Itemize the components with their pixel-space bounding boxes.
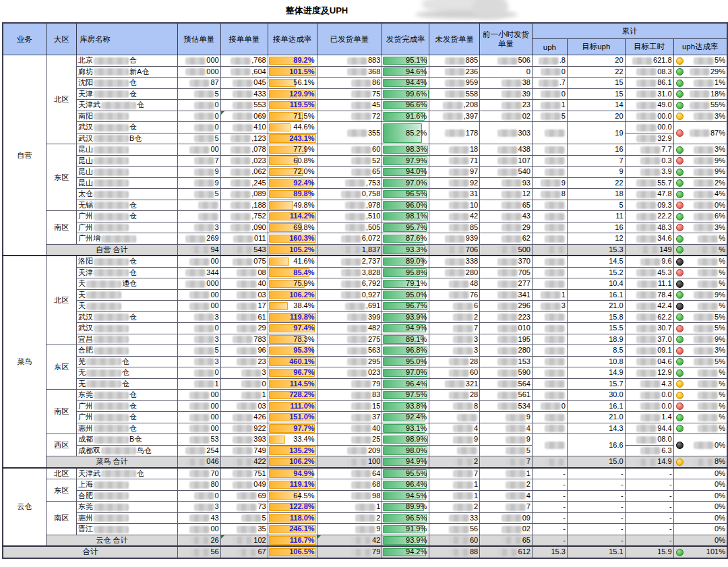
received-orders-cell[interactable]: 23 (220, 356, 268, 367)
region-cell[interactable]: 南区 (47, 211, 77, 245)
receive-rate-cell[interactable]: 95.3% (268, 345, 317, 357)
estimated-orders-cell[interactable]: 344 (177, 267, 220, 278)
target-hours-cell[interactable]: 22.2 (625, 211, 673, 222)
unshipped-orders-cell[interactable]: 48 (429, 278, 480, 290)
estimated-orders-cell[interactable]: 000 (177, 55, 220, 67)
prev-hour-shipped-cell[interactable]: 107 (480, 155, 533, 167)
ship-rate-cell[interactable]: 94.2% (382, 546, 429, 558)
target-uph-cell[interactable]: - (567, 490, 625, 502)
warehouse-name-cell[interactable]: 廊坊新A仓 (77, 66, 178, 78)
uph-cell[interactable]: - (532, 512, 567, 524)
prev-hour-shipped-cell[interactable]: 2 (480, 479, 533, 491)
uph-cell[interactable] (532, 434, 567, 456)
region-cell[interactable]: 北区 (47, 55, 77, 144)
received-orders-cell[interactable]: ,090 (220, 222, 268, 233)
target-hours-cell[interactable]: - (625, 512, 673, 524)
ship-rate-cell[interactable]: 79.1% (382, 278, 429, 290)
uph-cell[interactable] (532, 233, 567, 245)
receive-rate-cell[interactable]: 116.7% (268, 535, 317, 546)
subtotal-label[interactable]: 云仓 合计 (47, 535, 178, 546)
target-hours-cell[interactable]: 86.1 (625, 78, 673, 89)
uph-rate-cell[interactable]: % (673, 244, 727, 256)
unshipped-orders-cell[interactable]: 28 (429, 390, 480, 401)
uph-cell[interactable]: - (532, 502, 567, 513)
received-orders-cell[interactable]: 3 (220, 367, 268, 379)
receive-rate-cell[interactable]: 460.1% (268, 356, 317, 367)
target-hours-cell[interactable]: - (625, 535, 673, 546)
estimated-orders-cell[interactable]: 00 (177, 144, 220, 156)
received-orders-cell[interactable]: 1 (220, 390, 268, 401)
shipped-orders-cell[interactable]: 64 (317, 468, 382, 479)
unshipped-orders-cell[interactable]: 280 (429, 267, 480, 278)
unshipped-orders-cell[interactable]: 60 (429, 367, 480, 379)
shipped-orders-cell[interactable]: ,505 (317, 222, 382, 233)
business-cell[interactable]: 云仓 (3, 468, 47, 547)
prev-hour-shipped-cell[interactable]: 12 (480, 189, 533, 200)
estimated-orders-cell[interactable]: 5 (177, 133, 220, 144)
estimated-orders-cell[interactable]: 56 (177, 546, 220, 558)
prev-hour-shipped-cell[interactable]: 705 (480, 267, 533, 278)
receive-rate-cell[interactable]: 114.5% (268, 378, 317, 390)
uph-cell[interactable] (532, 345, 567, 357)
shipped-orders-cell[interactable]: 68 (317, 479, 382, 491)
receive-rate-cell[interactable]: 118.0% (268, 512, 317, 524)
uph-cell[interactable] (532, 390, 567, 401)
receive-rate-cell[interactable]: 72.0% (268, 167, 317, 178)
col-target-hours[interactable]: 目标工时 (625, 39, 673, 55)
uph-rate-cell[interactable]: 0% (673, 200, 727, 211)
warehouse-name-cell[interactable]: 武汉 (77, 323, 178, 334)
prev-hour-shipped-cell[interactable]: 341 (480, 289, 533, 301)
receive-rate-cell[interactable]: 129.9% (268, 88, 317, 100)
uph-rate-cell[interactable]: 101% (673, 546, 727, 558)
received-orders-cell[interactable]: 422 (220, 456, 268, 468)
ship-rate-cell[interactable]: 91.9% (382, 524, 429, 535)
received-orders-cell[interactable]: ,245 (220, 177, 268, 189)
uph-cell[interactable]: 0 (532, 88, 567, 100)
shipped-orders-cell[interactable]: 79 (317, 546, 382, 558)
prev-hour-shipped-cell[interactable]: 438 (480, 144, 533, 156)
ship-rate-cell[interactable]: 99.6% (382, 88, 429, 100)
prev-hour-shipped-cell[interactable]: 612 (480, 546, 533, 558)
unshipped-orders-cell[interactable]: 885 (429, 55, 480, 67)
target-uph-cell[interactable]: 20 (567, 55, 625, 67)
ship-rate-cell[interactable]: 96.5% (382, 189, 429, 200)
uph-cell[interactable] (532, 144, 567, 156)
prev-hour-shipped-cell[interactable]: 195 (480, 334, 533, 345)
received-orders-cell[interactable]: 553 (220, 100, 268, 111)
col-region[interactable]: 大区 (47, 23, 77, 55)
prev-hour-shipped-cell[interactable]: 506 (480, 55, 533, 67)
target-uph-cell[interactable]: 11 (567, 211, 625, 222)
target-hours-cell[interactable]: 0.0 (625, 400, 673, 412)
shipped-orders-cell[interactable]: 023 (317, 367, 382, 379)
receive-rate-cell[interactable]: 49.8% (268, 200, 317, 211)
uph-cell[interactable]: - (532, 479, 567, 491)
uph-rate-cell[interactable]: 87% (673, 122, 727, 144)
target-uph-cell[interactable]: 15.8 (567, 311, 625, 323)
shipped-orders-cell[interactable]: 3,828 (317, 267, 382, 278)
uph-rate-cell[interactable]: 5% (673, 55, 727, 67)
target-hours-cell[interactable]: 0.0 (625, 390, 673, 401)
business-cell[interactable]: 菜鸟 (3, 256, 47, 468)
target-hours-cell[interactable]: 55.7 (625, 177, 673, 189)
prev-hour-shipped-cell[interactable]: 540 (480, 167, 533, 178)
estimated-orders-cell[interactable]: 0 (177, 100, 220, 111)
target-hours-cell[interactable]: 4.3 (625, 378, 673, 390)
receive-rate-cell[interactable]: 728.2% (268, 390, 317, 401)
target-hours-cell[interactable]: 3.9 (625, 167, 673, 178)
warehouse-name-cell[interactable]: 天津仓 (77, 88, 178, 100)
warehouse-name-cell[interactable]: 无仓 (77, 367, 178, 379)
target-hours-cell[interactable]: 00.0 (625, 111, 673, 122)
ship-rate-cell[interactable]: 95.5% (382, 468, 429, 479)
receive-rate-cell[interactable]: 77.9% (268, 144, 317, 156)
target-hours-cell[interactable]: 621.8 (625, 55, 673, 67)
ship-rate-cell[interactable]: 93.3% (382, 244, 429, 256)
warehouse-name-cell[interactable]: 昆山 (77, 167, 178, 178)
received-orders-cell[interactable]: ,023 (220, 155, 268, 167)
warehouse-name-cell[interactable]: 惠州仓 (77, 423, 178, 434)
target-uph-cell[interactable]: - (567, 479, 625, 491)
target-hours-cell[interactable]: - (625, 468, 673, 479)
region-cell[interactable]: 南区 (47, 390, 77, 434)
uph-rate-cell[interactable]: 5% (673, 323, 727, 334)
warehouse-name-cell[interactable]: 芜仓 (77, 356, 178, 367)
ship-rate-cell[interactable]: 92.4% (382, 412, 429, 423)
